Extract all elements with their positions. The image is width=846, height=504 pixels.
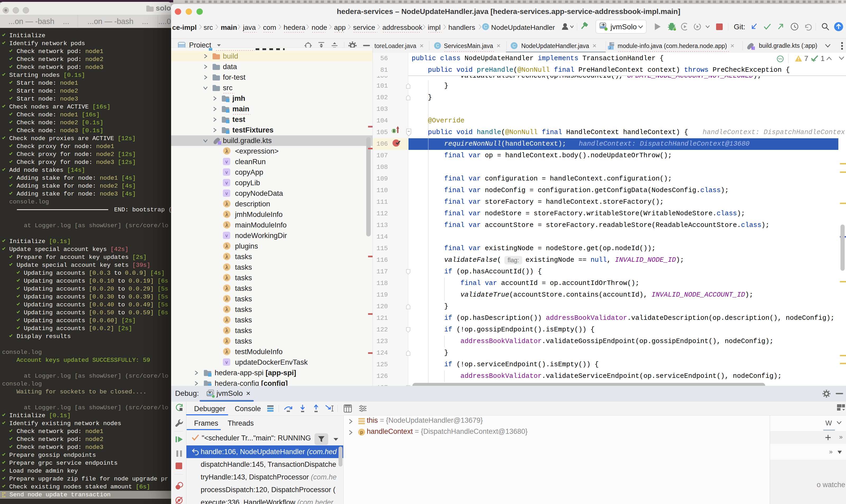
svg-text:λ: λ bbox=[225, 317, 228, 323]
svg-text:λ: λ bbox=[225, 148, 228, 155]
svg-text:λ: λ bbox=[225, 264, 228, 270]
svg-text:λ: λ bbox=[225, 243, 228, 249]
svg-text:λ: λ bbox=[225, 348, 228, 355]
svg-text:v: v bbox=[225, 169, 228, 175]
svg-text:λ: λ bbox=[225, 253, 228, 260]
svg-text:λ: λ bbox=[225, 200, 228, 207]
svg-text:λ: λ bbox=[225, 274, 228, 281]
svg-text:v: v bbox=[225, 159, 228, 164]
svg-text:λ: λ bbox=[225, 327, 228, 334]
svg-text:C: C bbox=[512, 43, 516, 48]
svg-text:C: C bbox=[484, 24, 487, 29]
svg-text:λ: λ bbox=[225, 285, 228, 292]
svg-text:v: v bbox=[225, 191, 228, 196]
svg-text:λ: λ bbox=[225, 306, 228, 313]
svg-text:λ: λ bbox=[225, 338, 228, 344]
svg-text:v: v bbox=[225, 180, 228, 185]
svg-text:p: p bbox=[360, 429, 363, 435]
svg-text:J: J bbox=[609, 46, 611, 50]
svg-text:λ: λ bbox=[225, 222, 228, 228]
svg-text:C: C bbox=[436, 43, 439, 48]
svg-text:λ: λ bbox=[225, 295, 228, 302]
svg-text:v: v bbox=[225, 359, 228, 365]
svg-text:v: v bbox=[225, 233, 228, 238]
svg-text:λ: λ bbox=[225, 211, 228, 218]
